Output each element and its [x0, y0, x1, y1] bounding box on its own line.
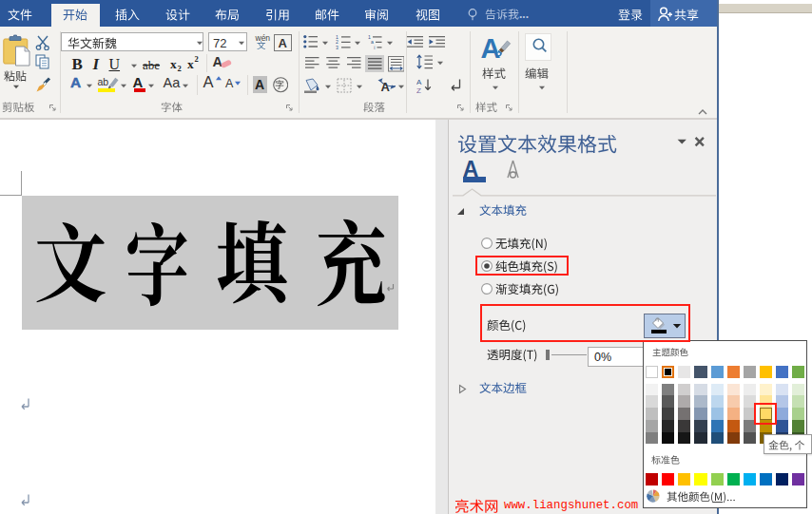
svg-text:3: 3: [336, 45, 338, 50]
svg-text:A: A: [381, 80, 391, 94]
svg-text:A: A: [416, 78, 422, 86]
svg-text:A: A: [481, 33, 501, 64]
svg-text:Z: Z: [416, 86, 421, 94]
svg-text:i: i: [374, 45, 375, 50]
